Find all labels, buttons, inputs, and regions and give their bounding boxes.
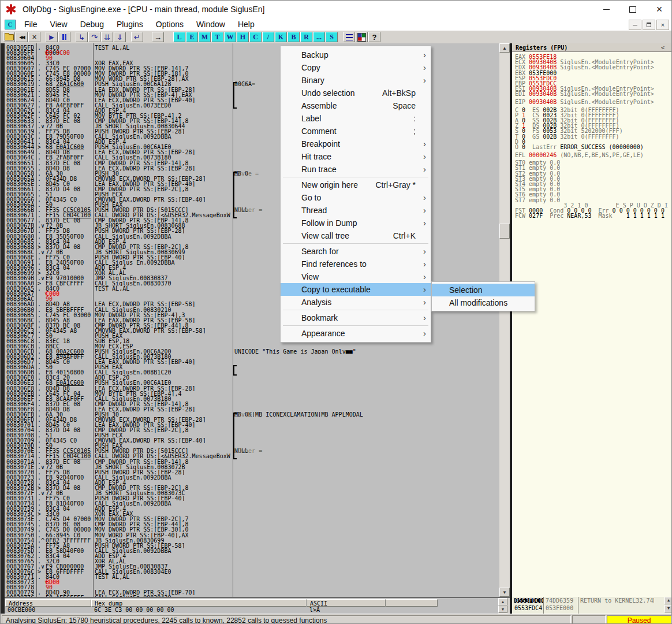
disasm-row[interactable]: 00830709. 0F4345 C0CMOVNB EAX,DWORD PTR … — [5, 438, 499, 443]
disasm-row[interactable]: 008306E3. 68 E0A1C600PUSH SiglusEn.00C6A… — [5, 380, 499, 385]
help-button[interactable]: ? — [368, 32, 380, 42]
disasm-row[interactable]: 00830754.^0F82 3FFFFFFFJB SiglusEn.00830… — [5, 538, 499, 543]
context-menu-item-label[interactable]: Label: — [281, 112, 431, 125]
restart-button[interactable]: ◀◀ — [16, 32, 28, 42]
panel-shortcut-button-L[interactable]: L — [173, 32, 185, 42]
disasm-row[interactable]: 008306D7. 8D45 C0LEA EAX,DWORD PTR SS:[E… — [5, 359, 499, 365]
context-menu-item-assemble[interactable]: AssembleSpace — [281, 99, 431, 112]
disasm-row[interactable]: 008306DB. E8 40150800CALL SiglusEn.008B1… — [5, 370, 499, 375]
disasm-row[interactable]: 0083077890NOP — [5, 585, 499, 590]
disasm-row[interactable]: 0083075D. E8 58D40F00CALL SiglusEn.0092D… — [5, 548, 499, 554]
context-menu-item-find-references-to[interactable]: Find references to› — [281, 258, 431, 270]
registers-pane[interactable]: Registers (FPU) < EAX 0553FE18ECX 009304… — [512, 43, 672, 597]
disasm-row[interactable]: 008306F8. 8D4D D8LEA ECX,DWORD PTR SS:[E… — [5, 407, 499, 412]
disasm-row[interactable]: 00830734. E8 81D40F00CALL SiglusEn.0092D… — [5, 501, 499, 506]
mdi-close-button[interactable]: × — [656, 20, 669, 30]
disasm-row[interactable]: 00830723. E8 92D40F00CALL SiglusEn.0092D… — [5, 475, 499, 480]
register-line[interactable]: EIP 0093040B SiglusEn.<ModuleEntryPoint> — [515, 99, 654, 105]
context-menu-item-copy-to-executable[interactable]: Copy to executable› — [281, 283, 431, 296]
panel-shortcut-button-C[interactable]: C — [249, 32, 262, 42]
panel-shortcut-button-patches[interactable]: / — [262, 32, 274, 42]
panel-shortcut-button-W[interactable]: W — [224, 32, 236, 42]
panel-shortcut-button-R[interactable]: R — [300, 32, 312, 42]
stack-row[interactable]: 0553FDC4053FE000 — [512, 604, 672, 612]
dump-header-ascii[interactable]: ASCII — [307, 599, 386, 607]
context-menu-item-bookmark[interactable]: Bookmark› — [281, 311, 431, 324]
dump-scrollbar[interactable]: ▲ ▼ — [498, 598, 507, 614]
menu-item-plugins[interactable]: Plugins — [110, 18, 150, 31]
context-menu-item-appearance[interactable]: Appearance› — [281, 327, 431, 340]
panel-shortcut-button-B[interactable]: B — [288, 32, 300, 42]
panel-shortcut-button-K[interactable]: K — [275, 32, 287, 42]
submenu-item-all-modifications[interactable]: All modifications — [432, 296, 535, 309]
menu-item-file[interactable]: File — [18, 18, 44, 31]
menu-item-view[interactable]: View — [44, 18, 74, 31]
disasm-row[interactable]: 00830704. 837D D4 08CMP DWORD PTR SS:[EB… — [5, 428, 499, 433]
dump-header-blank[interactable] — [386, 599, 438, 607]
disasm-row[interactable]: 00830771. 84C0TEST AL,AL — [5, 574, 499, 580]
context-menu-item-search-for[interactable]: Search for› — [281, 245, 431, 258]
stack-scrollbar[interactable]: ▲ ▼ — [664, 597, 672, 614]
stack-pane[interactable]: 0553FDC074DD6359RETURN to KERNEL32.74DD6… — [512, 597, 672, 614]
stack-row[interactable]: 0553FDC074DD6359RETURN to KERNEL32.74DD6 — [512, 597, 672, 604]
dump-row-address[interactable]: 00CBE000 — [8, 607, 35, 612]
disasm-row[interactable]: 008306F4. 837D EC 08CMP DWORD PTR SS:[EB… — [5, 402, 499, 407]
dump-scroll-down-button[interactable]: ▼ — [498, 606, 507, 613]
step-into-button[interactable]: ↳ — [76, 32, 88, 42]
menu-item-help[interactable]: Help — [232, 18, 261, 31]
context-menu-item-go-to[interactable]: Go to› — [281, 191, 431, 204]
dump-pane[interactable]: Address Hex dump ASCII 00CBE000 6C 3E C3… — [5, 598, 498, 614]
trace-into-button[interactable]: ⇊ — [101, 32, 113, 42]
dump-row-hex[interactable]: 6C 3E C3 00 00 00 00 00 — [94, 607, 174, 612]
context-menu-item-new-origin-here[interactable]: New origin hereCtrl+Gray * — [281, 179, 431, 191]
register-line[interactable]: EFL 00000246 (NO,NB,E,BE,NS,PE,GE,LE) — [515, 153, 644, 158]
minimize-button[interactable] — [593, 1, 619, 18]
context-menu-item-follow-in-dump[interactable]: Follow in Dump› — [281, 217, 431, 229]
panel-shortcut-button-S[interactable]: S — [326, 32, 338, 42]
panel-shortcut-button-T[interactable]: T — [211, 32, 223, 42]
menu-item-options[interactable]: Options — [150, 18, 190, 31]
close-button[interactable]: × — [646, 1, 672, 18]
go-to-button[interactable]: → — [152, 32, 164, 42]
disasm-scrollbar[interactable]: ▲ ▼ — [499, 43, 510, 597]
panel-shortcut-button-H[interactable]: H — [237, 32, 249, 42]
context-menu-item-thread[interactable]: Thread› — [281, 204, 431, 217]
scrollbar-thumb[interactable] — [499, 224, 510, 239]
dump-header-hex[interactable]: Hex dump — [91, 599, 307, 607]
disasm-row[interactable]: 0083071A. 837D EC 08CMP DWORD PTR SS:[EB… — [5, 459, 499, 465]
context-menu-item-run-trace[interactable]: Run trace› — [281, 163, 431, 176]
submenu-item-selection[interactable]: Selection — [432, 284, 535, 296]
open-file-button[interactable] — [3, 32, 15, 42]
mdi-minimize-button[interactable] — [629, 20, 641, 30]
disasm-row[interactable]: 0083076C> E8 6FFDFFFFCALL SiglusEn.00830… — [5, 569, 499, 574]
disasm-row[interactable]: 00830773∨E9 BD000000JMP SiglusEn.0083083… — [5, 580, 499, 585]
menu-item-window[interactable]: Window — [190, 18, 232, 31]
cpu-window-icon[interactable]: C — [5, 20, 16, 29]
disasm-row[interactable]: 008306D2. E8 A9AAF0FFCALL SiglusEn.0073B… — [5, 354, 499, 359]
context-menu-item-backup[interactable]: Backup› — [281, 49, 431, 61]
disasm-row[interactable]: 0083072F.∨72 0BJB SHORT SiglusEn.0083073… — [5, 491, 499, 496]
register-line[interactable]: T 0 GS 002B 32bit 0(FFFFFFFF) — [515, 134, 619, 139]
context-menu-item-undo-selection[interactable]: Undo selectionAlt+BkSp — [281, 87, 431, 99]
context-menu-item-view[interactable]: View› — [281, 270, 431, 283]
open-views-button[interactable] — [343, 32, 355, 42]
mdi-restore-button[interactable] — [643, 20, 655, 30]
disasm-row[interactable]: 00830708. 51PUSH ECXTitle — [5, 433, 499, 438]
close-program-button[interactable]: × — [28, 32, 40, 42]
scrollbar-down-button[interactable]: ▼ — [499, 588, 510, 597]
context-menu-item-view-call-tree[interactable]: View call treeCtrl+K — [281, 229, 431, 242]
appearance-options-button[interactable] — [356, 32, 368, 42]
disasm-row[interactable]: 00830762. 83C4 04ADD ESP,4 — [5, 554, 499, 559]
dump-row-ascii[interactable]: l>Ã — [309, 607, 320, 612]
step-over-button[interactable]: ↷ — [88, 32, 100, 42]
context-menu-item-hit-trace[interactable]: Hit trace› — [281, 150, 431, 163]
context-menu-item-analysis[interactable]: Analysis› — [281, 296, 431, 309]
context-menu-item-binary[interactable]: Binary› — [281, 74, 431, 87]
context-menu-item-copy[interactable]: Copy› — [281, 61, 431, 74]
disasm-row[interactable]: 0083072B> 837D D4 08CMP DWORD PTR SS:[EB… — [5, 485, 499, 491]
stack-scroll-down-button[interactable]: ▼ — [664, 605, 672, 612]
disasm-row[interactable]: 008306FB. 6A 30PUSH 30Style = MB_OK|MB_I… — [5, 412, 499, 417]
stack-scroll-up-button[interactable]: ▲ — [664, 597, 672, 604]
maximize-button[interactable] — [619, 1, 646, 18]
menu-item-debug[interactable]: Debug — [74, 18, 110, 31]
